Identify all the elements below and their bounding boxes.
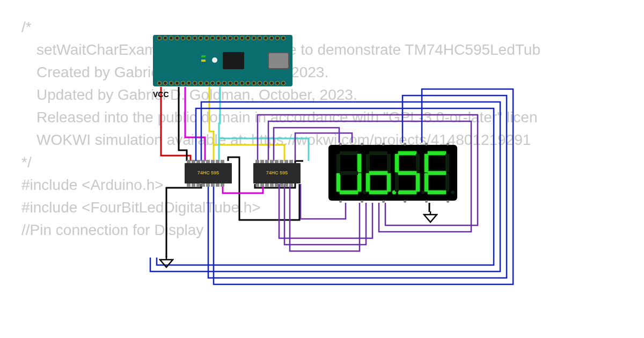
segment-c [357,173,361,192]
segment-a [398,151,416,155]
vcc-label: VCC [153,90,169,99]
ground-symbol-icon [423,211,438,223]
segment-e [336,173,340,192]
chip-label: 74HC 595 [266,171,288,176]
segment-g [340,171,358,175]
arduino-reset-button[interactable] [212,57,217,63]
segment-e [366,173,370,192]
segment-d [428,190,446,194]
shift-register-1[interactable]: 74HC 595 [185,163,232,183]
segment-f [366,154,370,172]
seven-segment-display[interactable] [328,145,457,201]
shift-register-2[interactable]: 74HC 595 [253,163,301,183]
ground-symbol-icon [159,256,174,268]
digit-2 [366,151,391,194]
segment-a [369,151,387,155]
arduino-power-led [201,55,206,57]
segment-a [340,151,358,155]
digit-1 [336,151,361,194]
segment-e [395,173,399,192]
segment-e [425,173,428,192]
arduino-pins-bottom [157,81,286,85]
segment-a [428,151,446,155]
segment-c [387,173,391,192]
segment-g [398,171,416,175]
segment-b [416,154,420,172]
segment-d [398,190,416,194]
chip-label: 74HC 595 [197,171,219,176]
arduino-usb-port [268,52,289,69]
segment-f [336,154,340,172]
segment-g [428,171,446,175]
segment-c [445,173,449,192]
digit-4 [425,151,449,194]
circuit-diagram: VCC 74HC 595 74HC 595 [0,0,644,338]
segment-g [369,171,387,175]
segment-c [416,173,420,192]
digit-3 [395,151,420,194]
segment-b [357,154,361,172]
arduino-mcu-chip [223,52,244,69]
segment-d [369,190,387,194]
segment-dot [451,190,455,194]
arduino-pins-top [157,36,286,40]
segment-f [395,154,399,172]
segment-d [340,190,358,194]
wires-layer [0,0,644,338]
segment-b [387,154,391,172]
arduino-tx-led [201,60,206,62]
segment-f [425,154,428,172]
arduino-nano-board[interactable] [153,35,292,86]
segment-b [445,154,449,172]
